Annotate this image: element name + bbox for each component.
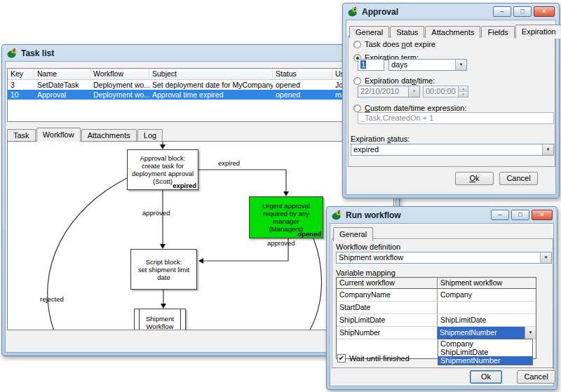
- custom-expression-input[interactable]: _Task.CreatedOn + 1: [358, 112, 554, 124]
- tab-workflow[interactable]: Workflow: [36, 128, 81, 142]
- label-part: k: [475, 174, 480, 182]
- radio-icon[interactable]: [353, 41, 361, 48]
- edge-label-approved: approved: [142, 209, 170, 217]
- dropdown-option[interactable]: ShipLimitDate: [438, 348, 532, 356]
- close-button-icon[interactable]: ×: [532, 210, 553, 220]
- ok-button[interactable]: Ok: [455, 172, 494, 185]
- checkbox-checked-icon[interactable]: ✔: [337, 354, 346, 363]
- cell-name: Approval: [34, 90, 90, 100]
- grid-cell: ShipmentNumber ▼: [438, 327, 536, 339]
- run-workflow-titlebar[interactable]: Run workflow – □ ×: [327, 207, 557, 223]
- grid-row[interactable]: ShipNumber ShipmentNumber ▼: [337, 327, 536, 339]
- tab-log[interactable]: Log: [137, 129, 163, 141]
- radio-expiration-datetime[interactable]: Expiration date/time:: [353, 76, 435, 85]
- wait-until-finished-checkbox[interactable]: ✔ Wait until finished: [337, 354, 410, 363]
- grid-cell: ShipNumber: [337, 327, 438, 339]
- label-part: Task does: [365, 40, 402, 48]
- ok-button[interactable]: Ok: [470, 370, 502, 384]
- chevron-down-icon[interactable]: ▼: [525, 327, 536, 339]
- approval-titlebar[interactable]: Approval – □ ×: [343, 4, 559, 20]
- minimize-button-icon[interactable]: –: [491, 210, 509, 220]
- chevron-down-icon[interactable]: ▼: [542, 144, 553, 155]
- tab-attachments[interactable]: Attachments: [81, 129, 137, 141]
- grid-cell: ShipLimitDate: [438, 314, 536, 326]
- tab-task[interactable]: Task: [7, 129, 36, 141]
- radio-icon[interactable]: [353, 104, 361, 112]
- dialog-title: Approval: [362, 7, 398, 17]
- radio-task-does-not-expire[interactable]: Task does not expire: [353, 40, 435, 48]
- time-value: 00:00:00: [424, 86, 458, 97]
- cell-dropdown[interactable]: ShipmentNumber ▼: [438, 327, 536, 339]
- column-header-status[interactable]: Status: [273, 69, 332, 79]
- chevron-down-icon[interactable]: ▼: [408, 86, 419, 97]
- selected-text: 1: [360, 60, 366, 69]
- grid-row[interactable]: StartDate: [337, 302, 536, 314]
- approval-dialog: Approval – □ × General Status Attachment…: [342, 3, 560, 198]
- task-list-titlebar[interactable]: Task list: [2, 45, 399, 61]
- tab-fields[interactable]: Fields: [481, 26, 514, 38]
- label-part: /time:: [416, 76, 435, 85]
- minimize-button-icon[interactable]: –: [493, 6, 511, 17]
- radio-icon[interactable]: [353, 77, 361, 85]
- expiration-status-dropdown[interactable]: expired ▼: [351, 144, 554, 156]
- diagram-node-urgent-approval[interactable]: Urgent approval required by any manager …: [249, 196, 323, 238]
- tab-general[interactable]: General: [349, 26, 389, 38]
- term-unit-dropdown[interactable]: days ▼: [388, 59, 467, 71]
- grid-cell: ShipLimitDate: [337, 314, 438, 326]
- table-row-selected[interactable]: 10 Approval Deployment wo... Approval ti…: [8, 90, 393, 100]
- label-part: tatus:: [391, 135, 410, 143]
- term-value-input[interactable]: 1: [358, 59, 384, 71]
- chevron-down-icon[interactable]: ▼: [540, 252, 551, 263]
- column-header-name[interactable]: Name: [34, 69, 90, 79]
- maximize-button-icon[interactable]: □: [513, 6, 532, 17]
- edge-label-approved: approved: [267, 239, 295, 247]
- task-table: Key Name Workflow Subject Status User 3 …: [7, 68, 394, 122]
- radio-label: Task does not expire: [365, 40, 435, 48]
- node-line: set shipment limit: [131, 266, 196, 273]
- cell-subject: Set deployment date for MyCompany Inc.: [149, 80, 273, 90]
- cell-status: opened: [273, 90, 332, 100]
- app-icon: [347, 6, 358, 18]
- cancel-button[interactable]: Cancel: [499, 172, 538, 185]
- maximize-button-icon[interactable]: □: [511, 210, 529, 220]
- grid-cell: [438, 302, 536, 313]
- workflow-definition-dropdown[interactable]: Shipment workflow ▼: [336, 252, 552, 264]
- app-icon: [331, 210, 342, 221]
- tab-attachments[interactable]: Attachments: [425, 26, 480, 38]
- grid-row[interactable]: ShipLimitDate ShipLimitDate: [337, 314, 536, 327]
- dropdown-option-selected[interactable]: ShipmentNumber: [438, 356, 532, 365]
- dropdown-value: days: [389, 60, 455, 70]
- cell-key: 10: [8, 90, 34, 100]
- expiration-date-picker[interactable]: 22/10/2010 ▼: [358, 86, 420, 97]
- column-header-key[interactable]: Key: [8, 69, 34, 79]
- grid-column-current: Current workflow: [337, 278, 438, 288]
- radio-custom-expression[interactable]: Custom date/time expression:: [353, 104, 467, 112]
- node-line: required by any: [250, 210, 323, 217]
- column-header-subject[interactable]: Subject: [149, 69, 273, 79]
- dropdown-value: expired: [351, 144, 542, 155]
- grid-column-shipment: Shipment workflow: [438, 278, 536, 288]
- grid-header: Current workflow Shipment workflow: [337, 278, 536, 289]
- cell-subject: Approval time expired: [149, 90, 273, 100]
- table-row[interactable]: 3 SetDateTask Deployment wo... Set deplo…: [8, 80, 393, 90]
- spin-up-icon[interactable]: ▲: [459, 86, 468, 92]
- node-line: create task for: [128, 162, 198, 170]
- label-part: Expiration dat: [365, 76, 412, 85]
- chevron-down-icon[interactable]: ▼: [455, 60, 466, 70]
- tab-status[interactable]: Status: [390, 26, 424, 38]
- spin-down-icon[interactable]: ▼: [459, 92, 468, 97]
- checkbox-label: Wait until finished: [349, 354, 410, 363]
- close-button-icon[interactable]: ×: [534, 6, 555, 17]
- cancel-button[interactable]: Cancel: [517, 370, 555, 384]
- expiration-time-spinner[interactable]: 00:00:00 ▲▼: [423, 86, 468, 97]
- dropdown-option[interactable]: Company: [438, 339, 532, 348]
- spinner-buttons[interactable]: ▲▼: [458, 86, 468, 97]
- grid-row[interactable]: CompanyName Company: [337, 289, 536, 302]
- tab-expiration[interactable]: Expiration: [515, 25, 561, 39]
- tab-general[interactable]: General: [333, 227, 373, 241]
- diagram-node-shipment-workflow[interactable]: Shipment Workflow: [134, 309, 186, 330]
- column-header-workflow[interactable]: Workflow: [90, 69, 149, 79]
- node-line: date: [131, 273, 196, 281]
- diagram-node-script-block[interactable]: Script block: set shipment limit date: [130, 249, 197, 290]
- diagram-node-approval-block[interactable]: Approval block: create task for deployme…: [127, 149, 198, 190]
